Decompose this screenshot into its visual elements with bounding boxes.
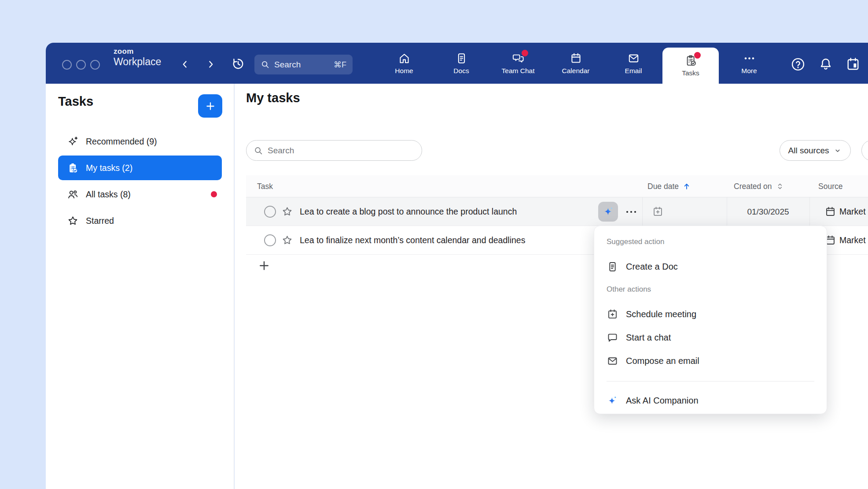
column-source-label: Source [818, 182, 842, 191]
calendar-date-icon [845, 56, 861, 72]
star-task-button[interactable] [281, 234, 293, 246]
star-task-button[interactable] [281, 206, 293, 218]
bell-icon [818, 56, 834, 72]
tab-email[interactable]: Email [605, 43, 662, 84]
tab-more-label: More [741, 67, 757, 75]
sidebar-item-recommended[interactable]: Recommended (9) [58, 129, 222, 154]
search-icon [261, 60, 270, 69]
search-shortcut-label: ⌘F [334, 60, 346, 70]
ai-companion-action-button[interactable] [598, 202, 618, 222]
add-task-button[interactable] [198, 94, 222, 118]
window-close-button[interactable] [62, 60, 72, 70]
global-search-field[interactable]: Search ⌘F [254, 55, 353, 74]
task-table-header: Task Due date Created on Source [246, 175, 868, 197]
menu-item-schedule-meeting[interactable]: Schedule meeting [594, 302, 827, 326]
chat-bubble-icon [607, 332, 618, 344]
more-filter-button[interactable] [861, 140, 868, 161]
star-icon [281, 206, 293, 218]
back-button[interactable] [179, 59, 191, 70]
plus-icon [205, 100, 216, 112]
brand-workplace-label: Workplace [114, 56, 161, 67]
column-due-label: Due date [647, 182, 679, 191]
page-title: My tasks [246, 91, 300, 105]
sidebar-item-label: Recommended (9) [86, 137, 157, 147]
sources-filter-label: All sources [788, 146, 829, 156]
calendar-plus-icon [607, 308, 618, 320]
created-on-value: 01/30/2025 [727, 197, 809, 226]
menu-item-label: Schedule meeting [626, 309, 696, 319]
window-controls[interactable] [62, 60, 100, 70]
add-task-inline-button[interactable] [257, 259, 271, 272]
sidebar-item-my-tasks[interactable]: My tasks (2) [58, 156, 222, 180]
sidebar-nav: Recommended (9) My tasks (2) [58, 129, 222, 233]
sidebar-item-label: All tasks (8) [86, 189, 131, 200]
source-calendar-icon [824, 206, 836, 218]
star-icon [281, 234, 293, 246]
tab-email-label: Email [625, 67, 642, 75]
star-icon [67, 215, 79, 227]
sidebar-item-all-tasks[interactable]: All tasks (8) [58, 182, 222, 207]
clipboard-check-icon [67, 162, 79, 174]
tab-tasks-active[interactable]: Tasks [662, 48, 719, 84]
top-bar: zoom Workplace Search ⌘F Home [46, 43, 868, 84]
sources-filter-dropdown[interactable]: All sources [780, 140, 851, 161]
docs-icon [455, 52, 468, 65]
tab-tasks-label: Tasks [682, 69, 699, 77]
cell-divider [809, 197, 810, 226]
notifications-button[interactable] [818, 56, 834, 72]
sparkle-icon [67, 136, 79, 148]
history-button[interactable] [231, 56, 246, 71]
tab-calendar[interactable]: Calendar [547, 43, 604, 84]
forward-button[interactable] [205, 59, 217, 70]
source-value: Market [839, 226, 866, 255]
question-circle-icon [790, 56, 806, 72]
tab-calendar-label: Calendar [562, 67, 590, 75]
column-header-task[interactable]: Task [257, 175, 273, 197]
team-chat-notification-dot [522, 50, 528, 56]
window-maximize-button[interactable] [90, 60, 100, 70]
menu-item-compose-email[interactable]: Compose an email [594, 348, 827, 373]
column-header-source[interactable]: Source [818, 175, 842, 197]
task-search-input[interactable] [268, 146, 415, 156]
tab-home-label: Home [395, 67, 413, 75]
team-chat-icon [512, 52, 525, 65]
tasks-clipboard-icon [684, 54, 697, 67]
all-tasks-notification-dot [211, 191, 217, 197]
history-clock-icon [231, 56, 246, 71]
menu-item-label: Ask AI Companion [626, 396, 699, 406]
add-due-date-button[interactable] [652, 206, 664, 218]
sidebar-item-label: Starred [86, 216, 114, 226]
ai-sparkle-icon [602, 205, 615, 219]
zoom-workplace-window: zoom Workplace Search ⌘F Home [46, 43, 868, 489]
my-tasks-panel: My tasks All sources Task Due date Creat… [235, 84, 868, 489]
window-minimize-button[interactable] [76, 60, 86, 70]
tab-docs[interactable]: Docs [433, 43, 490, 84]
menu-section-label: Suggested action [607, 237, 664, 246]
tab-home[interactable]: Home [375, 43, 433, 84]
menu-item-start-chat[interactable]: Start a chat [594, 325, 827, 350]
menu-item-label: Compose an email [626, 356, 699, 366]
column-header-due-date[interactable]: Due date [647, 175, 691, 197]
tab-team-chat[interactable]: Team Chat [489, 43, 547, 84]
menu-item-ask-ai-companion[interactable]: Ask AI Companion [594, 388, 827, 413]
tasks-notification-dot [694, 52, 701, 59]
tab-team-chat-label: Team Chat [502, 67, 535, 75]
task-complete-checkbox[interactable] [264, 234, 276, 246]
task-row[interactable]: Lea to create a blog post to announce th… [246, 197, 868, 226]
tab-docs-label: Docs [453, 67, 469, 75]
calendar-picker-button[interactable] [845, 56, 861, 72]
email-icon [627, 52, 640, 65]
task-complete-checkbox[interactable] [264, 206, 276, 218]
ai-actions-menu: Suggested action Create a Doc Other acti… [594, 226, 827, 414]
task-title: Lea to create a blog post to announce th… [300, 197, 517, 226]
column-header-created-on[interactable]: Created on [734, 175, 784, 197]
sidebar-item-starred[interactable]: Starred [58, 208, 222, 233]
task-search-field[interactable] [246, 140, 422, 161]
menu-item-create-doc[interactable]: Create a Doc [594, 254, 827, 279]
chevron-down-icon [833, 146, 842, 155]
row-more-actions-button[interactable] [624, 207, 639, 217]
sidebar-title: Tasks [58, 94, 93, 109]
people-icon [67, 189, 79, 200]
help-button[interactable] [790, 56, 806, 72]
tab-more[interactable]: More [721, 43, 778, 84]
